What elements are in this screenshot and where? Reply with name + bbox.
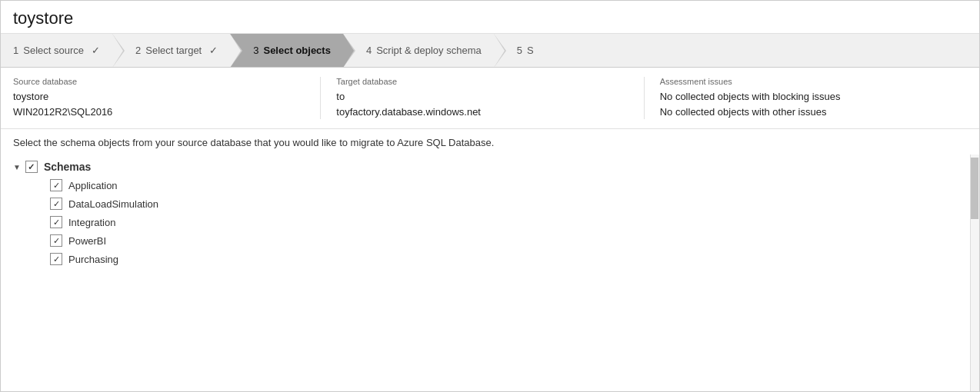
- dataload-check-mark: ✓: [53, 200, 60, 208]
- description-text: Select the schema objects from your sour…: [1, 129, 979, 154]
- assessment-line2: No collected objects with other issues: [660, 105, 952, 120]
- step4-number: 4: [366, 45, 372, 56]
- target-info: Target database to toyfactory.database.w…: [336, 77, 644, 119]
- step1-number: 1: [13, 45, 18, 56]
- step1-check: ✓: [92, 45, 100, 56]
- main-content: Select the schema objects from your sour…: [1, 129, 979, 391]
- source-info: Source database toystore WIN2012R2\SQL20…: [13, 77, 321, 119]
- scrollbar-thumb[interactable]: [971, 158, 978, 219]
- step2-check: ✓: [209, 45, 218, 56]
- step3-label: Select objects: [263, 45, 330, 56]
- application-check-mark: ✓: [53, 181, 60, 190]
- step2-label: Select target: [145, 45, 202, 56]
- assessment-label: Assessment issues: [660, 77, 952, 86]
- expand-icon[interactable]: ▼: [13, 163, 21, 171]
- source-line1: toystore: [13, 89, 305, 105]
- source-label: Source database: [13, 77, 305, 86]
- steps-bar: 1 Select source ✓ 2 Select target ✓ 3 Se…: [1, 34, 979, 68]
- target-line1: to: [336, 89, 628, 105]
- schema-tree[interactable]: ▼ ✓ Schemas ✓ Application ✓ DataLoadSimu…: [1, 154, 979, 391]
- app-title: toystore: [1, 1, 979, 34]
- dataload-checkbox[interactable]: ✓: [50, 198, 62, 210]
- integration-checkbox[interactable]: ✓: [50, 216, 62, 228]
- target-line2: toyfactory.database.windows.net: [336, 105, 628, 120]
- app-container: toystore 1 Select source ✓ 2 Select targ…: [0, 0, 980, 392]
- powerbi-checkbox[interactable]: ✓: [50, 234, 62, 247]
- schemas-check-mark: ✓: [28, 163, 35, 171]
- step3-number: 3: [253, 45, 258, 56]
- purchasing-label: Purchasing: [68, 254, 118, 265]
- step5-label: S: [527, 45, 534, 56]
- step-select-source[interactable]: 1 Select source ✓: [1, 34, 112, 67]
- list-item: ✓ DataLoadSimulation: [13, 194, 967, 213]
- list-item: ✓ PowerBI: [13, 231, 967, 250]
- assessment-line1: No collected objects with blocking issue…: [660, 89, 952, 105]
- powerbi-label: PowerBI: [68, 235, 106, 247]
- application-label: Application: [68, 180, 118, 191]
- assessment-info: Assessment issues No collected objects w…: [660, 77, 967, 119]
- purchasing-checkbox[interactable]: ✓: [50, 253, 62, 265]
- list-item: ✓ Purchasing: [13, 250, 967, 268]
- integration-check-mark: ✓: [53, 218, 60, 227]
- step5-number: 5: [517, 45, 522, 56]
- schemas-root[interactable]: ▼ ✓ Schemas: [13, 158, 967, 176]
- step2-number: 2: [135, 45, 141, 56]
- integration-label: Integration: [68, 217, 115, 228]
- step1-label: Select source: [23, 45, 84, 56]
- step4-label: Script & deploy schema: [376, 45, 482, 56]
- schemas-root-label: Schemas: [44, 161, 91, 173]
- scrollbar-track[interactable]: [970, 154, 979, 391]
- step-script-deploy[interactable]: 4 Script & deploy schema: [343, 34, 494, 67]
- powerbi-check-mark: ✓: [53, 237, 60, 245]
- application-checkbox[interactable]: ✓: [50, 179, 62, 191]
- target-label: Target database: [336, 77, 628, 86]
- purchasing-check-mark: ✓: [53, 255, 60, 264]
- step-select-target[interactable]: 2 Select target ✓: [112, 34, 230, 67]
- dataload-label: DataLoadSimulation: [68, 198, 158, 210]
- step-select-objects[interactable]: 3 Select objects: [230, 34, 343, 67]
- schemas-checkbox[interactable]: ✓: [25, 161, 38, 173]
- list-item: ✓ Application: [13, 176, 967, 194]
- list-item: ✓ Integration: [13, 213, 967, 231]
- source-line2: WIN2012R2\SQL2016: [13, 105, 305, 120]
- info-panel: Source database toystore WIN2012R2\SQL20…: [1, 68, 979, 129]
